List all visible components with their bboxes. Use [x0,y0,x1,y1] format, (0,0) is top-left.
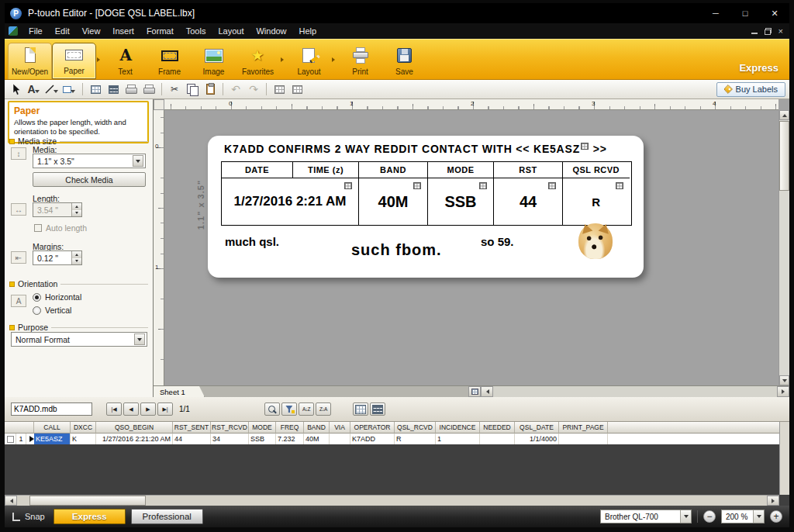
minimize-button[interactable]: ─ [701,3,730,23]
printer-dropdown[interactable]: Brother QL-700 [600,510,692,523]
close-button[interactable]: ✕ [760,3,789,23]
snap-button[interactable]: Snap [12,512,45,521]
menu-help[interactable]: Help [293,23,323,39]
menu-format[interactable]: Format [140,23,180,39]
mdi-minimize-icon[interactable] [751,28,758,34]
zoom-in-button[interactable]: + [770,510,782,523]
margins-spinner[interactable]: 0.12 " [33,250,82,265]
label-canvas[interactable]: K7ADD CONFIRMS 2 WAY REDDIT CONTACT WITH… [208,136,644,278]
spin-up-icon[interactable] [72,203,81,210]
print-button[interactable]: Print [338,40,382,79]
record-last-button[interactable] [157,402,173,416]
redo-button[interactable]: ↷ [246,81,261,97]
cell-band[interactable]: 40M [304,434,330,444]
paste-button[interactable] [202,81,218,97]
new-open-button[interactable]: New/Open [8,43,52,79]
db-col-freq[interactable]: FREQ [276,422,304,434]
form-view-button[interactable] [370,402,385,416]
buy-labels-button[interactable]: Buy Labels [716,82,785,97]
orientation-vertical-radio[interactable]: Vertical [33,306,71,315]
find-record-button[interactable] [264,402,280,416]
db-col-qsl-rcvd[interactable]: QSL_RCVD [395,422,436,434]
spin-down-icon[interactable] [72,258,81,265]
db-col-band[interactable]: BAND [304,422,330,434]
record-prev-button[interactable] [123,402,139,416]
record-first-button[interactable] [106,402,122,416]
db-hscroll-track[interactable] [146,496,767,506]
db-scroll-left-button[interactable] [5,496,17,506]
database-hscrollbar[interactable] [5,495,779,506]
spin-down-icon[interactable] [72,210,81,217]
db-scroll-right-button[interactable] [767,496,779,506]
menu-insert[interactable]: Insert [106,23,140,39]
express-mode-button[interactable]: Express [54,509,126,524]
menu-view[interactable]: View [76,23,107,39]
db-col-call[interactable]: CALL [34,422,71,434]
cell-operator[interactable]: K7ADD [350,434,395,444]
cell-rst-rcvd[interactable]: 34 [211,434,249,444]
zoom-out-button[interactable]: − [703,510,716,523]
sheet-tab[interactable]: Sheet 1 [154,386,205,397]
cell-qsl-rcvd[interactable]: R [395,434,436,444]
rst-cell[interactable]: 44 [493,178,562,225]
line-tool-button[interactable] [44,81,60,97]
frame-button[interactable]: Frame [147,40,192,79]
db-col-via[interactable]: VIA [330,422,350,434]
check-media-button[interactable]: Check Media [33,172,146,187]
mdi-restore-icon[interactable] [765,28,772,35]
design-canvas[interactable]: 0 1 2 3 4 0 1 1.1" x 3.5" K7ADD CONFIRMS… [154,99,789,397]
text-button[interactable]: Text [103,40,147,79]
db-col-rst-rcvd[interactable]: RST_RCVD [211,422,249,434]
label-title-text[interactable]: K7ADD CONFIRMS 2 WAY REDDIT CONTACT WITH… [224,143,607,155]
purpose-dropdown[interactable]: Normal Format [11,332,147,347]
db-col-mode[interactable]: MODE [249,422,276,434]
cell-rst-sent[interactable]: 44 [173,434,211,444]
shape-tool-button[interactable] [62,81,78,97]
quick-print-button[interactable] [123,81,139,97]
database-file-input[interactable] [11,402,92,416]
db-hscroll-thumb[interactable] [29,496,146,506]
cell-needed[interactable] [480,434,515,444]
sheet-list-button[interactable] [468,386,481,397]
professional-mode-button[interactable]: Professional [131,509,203,524]
save-button[interactable]: Save [382,40,426,79]
sort-ascending-button[interactable] [299,402,314,416]
field-grid-button[interactable] [105,81,121,97]
menu-file[interactable]: File [22,23,49,39]
undo-button[interactable]: ↶ [228,81,243,97]
mode-cell[interactable]: SSB [427,178,493,225]
print-preview-button[interactable] [141,81,157,97]
db-col-rst-sent[interactable]: RST_SENT [173,422,211,434]
table-tool-button[interactable] [88,81,103,97]
hscroll-right-button[interactable] [777,386,789,397]
text-tool-button[interactable]: A [26,81,42,97]
hscroll-left-button[interactable] [481,386,493,397]
cell-qsl-date[interactable]: 1/1/4000 [515,434,559,444]
cell-qso-begin[interactable]: 1/27/2016 2:21:20 AM [96,434,173,444]
paper-button[interactable]: Paper [52,43,96,79]
row-checkbox[interactable] [5,434,16,444]
db-col-operator[interactable]: OPERATOR [350,422,395,434]
mdi-close-icon[interactable]: × [778,28,783,35]
vscroll-thumb[interactable] [779,121,789,191]
cell-freq[interactable]: 7.232 [276,434,304,444]
so-59-text[interactable]: so 59. [481,235,514,248]
such-fbom-text[interactable]: such fbom. [351,241,442,259]
much-qsl-text[interactable]: much qsl. [225,235,279,248]
menu-tools[interactable]: Tools [180,23,212,39]
cut-button[interactable]: ✂ [167,81,182,97]
cell-dxcc[interactable]: K [71,434,96,444]
cell-via[interactable] [330,434,350,444]
cell-print-page[interactable] [559,434,608,444]
length-spinner[interactable]: 3.54 " [33,202,82,217]
guideline-button[interactable] [289,81,305,97]
auto-length-checkbox[interactable]: Auto length [34,223,87,233]
select-tool-button[interactable] [9,81,24,97]
doge-image[interactable] [578,223,613,259]
record-view-button[interactable] [353,402,368,416]
db-col-print-page[interactable]: PRINT_PAGE [559,422,608,434]
cell-incidence[interactable]: 1 [436,434,480,444]
db-col-incidence[interactable]: INCIDENCE [436,422,480,434]
document-icon[interactable] [9,26,18,36]
sort-descending-button[interactable] [316,402,331,416]
